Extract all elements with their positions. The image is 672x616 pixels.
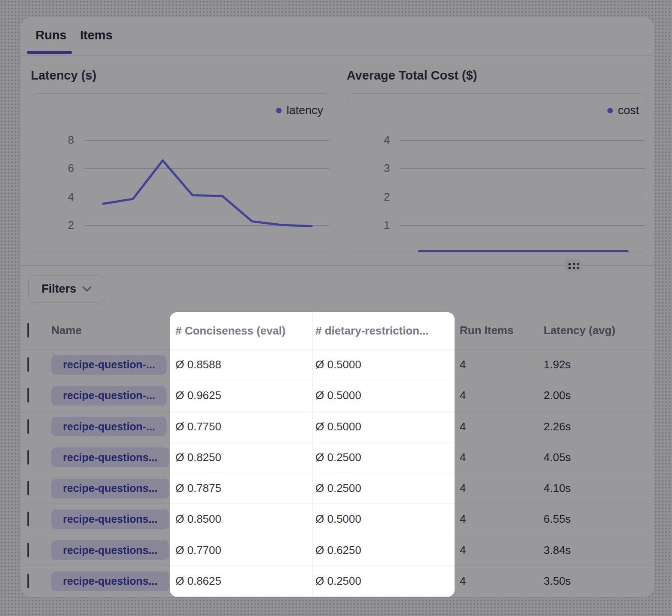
dietary-score-cell: Ø 0.2500 xyxy=(312,575,455,588)
conciseness-score-cell: Ø 0.7750 xyxy=(170,420,312,433)
conciseness-score-cell: Ø 0.8588 xyxy=(170,358,312,371)
dietary-score-cell: Ø 0.5000 xyxy=(312,420,455,433)
conciseness-score-cell: Ø 0.7700 xyxy=(170,544,312,557)
dietary-score-cell: Ø 0.5000 xyxy=(312,358,455,371)
dietary-score-cell: Ø 0.2500 xyxy=(312,451,455,464)
spotlight-highlighted-columns: # Conciseness (eval) # dietary-restricti… xyxy=(170,312,455,597)
dietary-score-cell: Ø 0.5000 xyxy=(312,512,455,526)
page-background: Runs Items Latency (s) latency 8642 Aver… xyxy=(0,0,672,616)
dietary-score-cell: Ø 0.6250 xyxy=(312,544,455,557)
column-header-dietary: # dietary-restriction... xyxy=(312,324,455,338)
conciseness-score-cell: Ø 0.7875 xyxy=(170,482,312,495)
conciseness-score-cell: Ø 0.9625 xyxy=(170,389,312,402)
conciseness-score-cell: Ø 0.8500 xyxy=(170,512,312,526)
dietary-score-cell: Ø 0.2500 xyxy=(312,482,455,495)
spotlight-column-divider xyxy=(312,312,313,597)
conciseness-score-cell: Ø 0.8250 xyxy=(170,451,312,464)
conciseness-score-cell: Ø 0.8625 xyxy=(170,575,312,588)
dietary-score-cell: Ø 0.5000 xyxy=(312,389,455,402)
column-header-conciseness: # Conciseness (eval) xyxy=(170,324,312,338)
